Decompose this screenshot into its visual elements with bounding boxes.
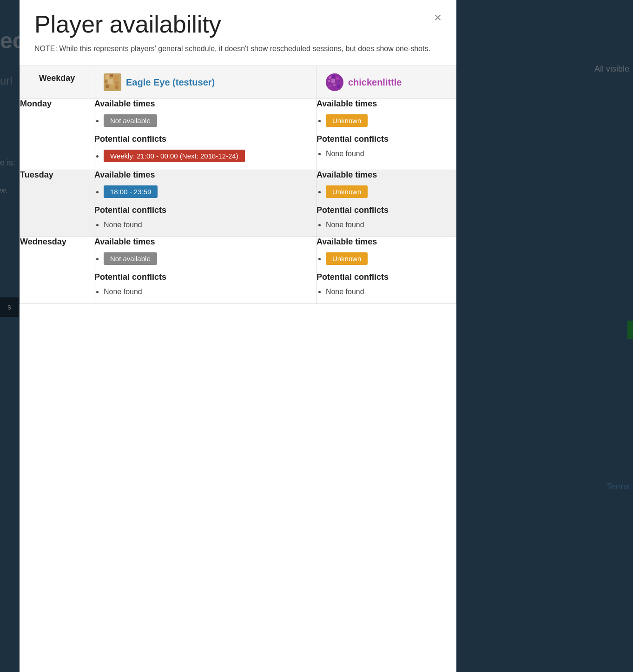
player-availability-modal: Player availability × NOTE: While this r… xyxy=(20,0,456,672)
player2-header: chickenlittle xyxy=(316,66,456,99)
wednesday-p1-available-list: Not available xyxy=(94,252,316,265)
monday-player2-cell: Available times Unknown Potential confli… xyxy=(316,99,456,170)
player1-header-content: Eagle Eye (testuser) xyxy=(104,73,307,91)
svg-rect-8 xyxy=(111,84,114,86)
svg-rect-5 xyxy=(108,79,113,84)
list-item: Unknown xyxy=(326,114,456,127)
svg-rect-6 xyxy=(115,81,119,85)
svg-rect-15 xyxy=(331,79,335,83)
svg-rect-12 xyxy=(332,75,335,78)
conflict-badge: Weekly: 21:00 - 00:00 (Next: 2018-12-24) xyxy=(104,150,245,162)
tuesday-p1-available-list: 18:00 - 23:59 xyxy=(94,185,316,198)
day-label-monday: Monday xyxy=(20,99,94,170)
modal-close-button[interactable]: × xyxy=(434,11,442,24)
list-item: Unknown xyxy=(326,185,456,198)
svg-rect-17 xyxy=(329,85,331,87)
wednesday-p2-conflicts-title: Potential conflicts xyxy=(316,272,456,282)
svg-rect-13 xyxy=(336,77,339,80)
svg-rect-7 xyxy=(106,85,109,88)
svg-rect-3 xyxy=(114,76,118,80)
not-available-badge: Not available xyxy=(104,252,157,265)
monday-p2-conflicts-title: Potential conflicts xyxy=(316,134,456,144)
monday-p1-conflicts-title: Potential conflicts xyxy=(94,134,316,144)
wednesday-player1-cell: Available times Not available Potential … xyxy=(94,237,316,304)
player1-avatar xyxy=(104,73,121,91)
wednesday-p1-available-title: Available times xyxy=(94,237,316,247)
not-available-badge: Not available xyxy=(104,114,157,127)
availability-table: Weekday xyxy=(20,66,456,304)
monday-p2-conflicts-list: None found xyxy=(316,150,456,158)
list-item: None found xyxy=(104,288,316,296)
table-header-row: Weekday xyxy=(20,66,456,99)
svg-rect-11 xyxy=(329,76,331,79)
monday-p1-available-title: Available times xyxy=(94,99,316,109)
table-row: Monday Available times Not available Pot… xyxy=(20,99,456,170)
list-item: None found xyxy=(326,221,456,229)
svg-rect-1 xyxy=(106,75,109,79)
list-item: Unknown xyxy=(326,252,456,265)
unknown-badge: Unknown xyxy=(326,114,368,127)
player2-avatar xyxy=(326,73,343,91)
tuesday-player2-cell: Available times Unknown Potential confli… xyxy=(316,170,456,237)
monday-p2-available-title: Available times xyxy=(316,99,456,109)
svg-rect-18 xyxy=(333,84,336,86)
monday-p1-available-list: Not available xyxy=(94,114,316,127)
wednesday-p2-conflicts-list: None found xyxy=(316,288,456,296)
player1-header: Eagle Eye (testuser) xyxy=(94,66,316,99)
list-item: None found xyxy=(104,221,316,229)
tuesday-p1-conflicts-title: Potential conflicts xyxy=(94,205,316,215)
list-item: Weekly: 21:00 - 00:00 (Next: 2018-12-24) xyxy=(104,150,316,162)
time-slot-badge: 18:00 - 23:59 xyxy=(104,185,158,198)
monday-player1-cell: Available times Not available Potential … xyxy=(94,99,316,170)
monday-p2-available-list: Unknown xyxy=(316,114,456,127)
list-item: None found xyxy=(326,288,456,296)
day-label-tuesday: Tuesday xyxy=(20,170,94,237)
tuesday-p2-conflicts-title: Potential conflicts xyxy=(316,205,456,215)
tuesday-p2-available-title: Available times xyxy=(316,170,456,180)
tuesday-p2-available-list: Unknown xyxy=(316,185,456,198)
wednesday-player2-cell: Available times Unknown Potential confli… xyxy=(316,237,456,304)
wednesday-p1-conflicts-list: None found xyxy=(94,288,316,296)
svg-rect-2 xyxy=(110,74,113,77)
table-row: Wednesday Available times Not available … xyxy=(20,237,456,304)
day-label-wednesday: Wednesday xyxy=(20,237,94,304)
svg-rect-16 xyxy=(337,80,340,83)
player2-name: chickenlittle xyxy=(348,77,402,88)
svg-rect-4 xyxy=(105,80,107,83)
table-row: Tuesday Available times 18:00 - 23:59 Po… xyxy=(20,170,456,237)
list-item: None found xyxy=(326,150,456,158)
player2-header-content: chickenlittle xyxy=(326,73,447,91)
tuesday-p1-conflicts-list: None found xyxy=(94,221,316,229)
tuesday-p1-available-title: Available times xyxy=(94,170,316,180)
wednesday-p2-available-title: Available times xyxy=(316,237,456,247)
wednesday-p1-conflicts-title: Potential conflicts xyxy=(94,272,316,282)
modal-header: Player availability × xyxy=(20,0,456,43)
monday-p1-conflicts-list: Weekly: 21:00 - 00:00 (Next: 2018-12-24) xyxy=(94,150,316,162)
unknown-badge: Unknown xyxy=(326,252,368,265)
tuesday-player1-cell: Available times 18:00 - 23:59 Potential … xyxy=(94,170,316,237)
svg-rect-9 xyxy=(115,86,119,89)
modal-note: NOTE: While this represents players' gen… xyxy=(20,43,456,66)
weekday-header: Weekday xyxy=(20,66,94,99)
player1-name: Eagle Eye (testuser) xyxy=(126,77,215,88)
svg-rect-14 xyxy=(328,80,330,82)
wednesday-p2-available-list: Unknown xyxy=(316,252,456,265)
list-item: Not available xyxy=(104,114,316,127)
tuesday-p2-conflicts-list: None found xyxy=(316,221,456,229)
modal-title: Player availability xyxy=(34,11,442,38)
list-item: 18:00 - 23:59 xyxy=(104,185,316,198)
list-item: Not available xyxy=(104,252,316,265)
svg-rect-19 xyxy=(337,85,340,88)
unknown-badge: Unknown xyxy=(326,185,368,198)
